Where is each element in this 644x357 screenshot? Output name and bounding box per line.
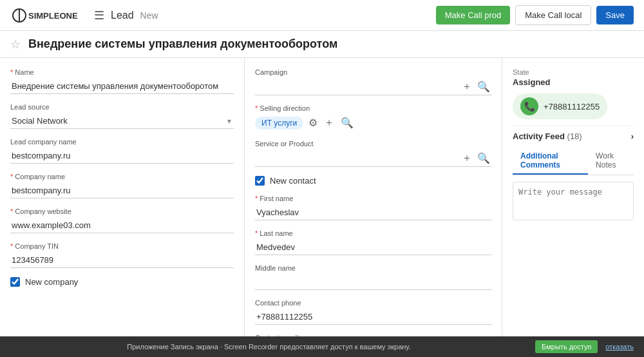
new-contact-checkbox[interactable]	[255, 176, 265, 186]
phone-number: +78881112255	[544, 102, 600, 111]
page-title: Внедрение системы управления документооб…	[28, 37, 337, 51]
campaign-search-icon[interactable]: 🔍	[476, 79, 491, 94]
make-call-local-button[interactable]: Make Call local	[515, 5, 591, 25]
activity-feed-arrow: ›	[631, 131, 634, 141]
first-name-input[interactable]	[255, 205, 491, 220]
lead-company-name-input[interactable]	[10, 148, 234, 164]
tab-additional-comments[interactable]: Additional Comments	[513, 148, 588, 175]
service-product-input[interactable]	[255, 151, 458, 166]
middle-name-group: Middle name	[255, 264, 491, 290]
service-product-label: Service or Product	[255, 140, 491, 148]
selling-direction-tag: ИТ услуги	[255, 117, 303, 130]
middle-name-label: Middle name	[255, 264, 491, 272]
lead-source-wrapper: Social Network Web Phone Email Other	[10, 113, 234, 129]
new-company-row: New company	[10, 277, 234, 287]
phone-button[interactable]: 📞 +78881112255	[513, 93, 607, 119]
campaign-input[interactable]	[255, 79, 458, 94]
bottom-cancel-link[interactable]: отказать	[605, 343, 634, 351]
contact-phone-group: Contact phone	[255, 299, 491, 325]
top-bar: SIMPLEONE ☰ Lead New Make Call prod Make…	[0, 0, 644, 31]
make-call-prod-button[interactable]: Make Call prod	[436, 6, 510, 24]
first-name-label: * First name	[255, 195, 491, 202]
middle-name-input[interactable]	[255, 275, 491, 290]
activity-feed-count: (18)	[567, 131, 582, 141]
lead-company-name-label: Lead company name	[10, 138, 234, 146]
campaign-label: Campaign	[255, 68, 491, 76]
lead-source-select[interactable]: Social Network Web Phone Email Other	[10, 113, 234, 129]
service-product-add-icon[interactable]: ＋	[460, 150, 473, 166]
phone-icon: 📞	[520, 97, 538, 115]
breadcrumb-new: New	[140, 10, 158, 21]
company-website-group: * Company website	[10, 207, 234, 233]
sub-header: ☆ Внедрение системы управления документо…	[0, 31, 644, 58]
state-label: State	[513, 68, 634, 76]
state-value: Assigned	[513, 77, 634, 87]
logo: SIMPLEONE	[10, 6, 88, 24]
message-input[interactable]	[513, 182, 634, 220]
lead-source-label: Lead source	[10, 103, 234, 111]
bottom-bar: Приложение Запись экрана · Screen Record…	[0, 336, 644, 357]
company-name-label: * Company name	[10, 173, 234, 180]
bottom-open-button[interactable]: Бмрыть доступ	[535, 340, 598, 353]
new-contact-row: New contact	[255, 176, 491, 186]
last-name-group: * Last name	[255, 229, 491, 255]
company-tin-label: * Company TIN	[10, 242, 234, 250]
top-bar-right: Make Call prod Make Call local Save	[436, 5, 634, 25]
tab-work-notes[interactable]: Work Notes	[588, 148, 634, 175]
selling-direction-row: ИТ услуги ⚙ ＋ 🔍	[255, 115, 491, 131]
star-icon[interactable]: ☆	[10, 37, 21, 52]
selling-direction-search-icon[interactable]: 🔍	[339, 115, 355, 130]
lead-source-group: Lead source Social Network Web Phone Ema…	[10, 103, 234, 129]
selling-direction-group: * Selling direction ИТ услуги ⚙ ＋ 🔍	[255, 104, 491, 131]
selling-direction-add-icon[interactable]: ＋	[323, 115, 336, 131]
company-tin-group: * Company TIN	[10, 242, 234, 268]
service-product-group: Service or Product ＋ 🔍	[255, 140, 491, 167]
middle-column: Campaign ＋ 🔍 * Selling direction ИТ услу…	[245, 58, 502, 357]
last-name-label: * Last name	[255, 229, 491, 237]
service-product-input-row: ＋ 🔍	[255, 150, 491, 167]
activity-feed-label: Activity Feed (18)	[513, 131, 582, 141]
service-product-search-icon[interactable]: 🔍	[476, 151, 491, 166]
new-contact-label: New contact	[270, 176, 316, 186]
menu-icon[interactable]: ☰	[94, 8, 104, 23]
selling-direction-label: * Selling direction	[255, 104, 491, 112]
breadcrumb-label: Lead	[111, 10, 134, 21]
contact-phone-input[interactable]	[255, 309, 491, 325]
state-section: State Assigned	[513, 68, 634, 87]
bottom-bar-text: Приложение Запись экрана · Screen Record…	[10, 343, 527, 351]
activity-feed-header[interactable]: Activity Feed (18) ›	[513, 131, 634, 141]
company-tin-input[interactable]	[10, 253, 234, 268]
name-input[interactable]	[10, 79, 234, 94]
new-company-label: New company	[25, 277, 78, 287]
campaign-input-row: ＋ 🔍	[255, 79, 491, 95]
new-company-checkbox[interactable]	[10, 277, 20, 287]
save-button[interactable]: Save	[596, 6, 634, 24]
selling-direction-settings-icon[interactable]: ⚙	[307, 115, 319, 130]
last-name-input[interactable]	[255, 240, 491, 255]
company-website-input[interactable]	[10, 218, 234, 233]
main-content: * Name Lead source Social Network Web Ph…	[0, 58, 644, 357]
left-column: * Name Lead source Social Network Web Ph…	[0, 58, 245, 357]
company-name-input[interactable]	[10, 183, 234, 198]
name-label: * Name	[10, 68, 234, 76]
activity-tabs: Additional Comments Work Notes	[513, 148, 634, 175]
campaign-add-icon[interactable]: ＋	[460, 79, 473, 95]
first-name-group: * First name	[255, 195, 491, 220]
campaign-group: Campaign ＋ 🔍	[255, 68, 491, 95]
company-website-label: * Company website	[10, 207, 234, 215]
right-column: State Assigned 📞 +78881112255 Activity F…	[502, 58, 644, 357]
name-group: * Name	[10, 68, 234, 94]
contact-phone-label: Contact phone	[255, 299, 491, 307]
top-bar-left: SIMPLEONE ☰ Lead New	[10, 6, 158, 24]
svg-text:SIMPLEONE: SIMPLEONE	[28, 11, 78, 21]
lead-company-name-group: Lead company name	[10, 138, 234, 164]
company-name-group: * Company name	[10, 173, 234, 198]
